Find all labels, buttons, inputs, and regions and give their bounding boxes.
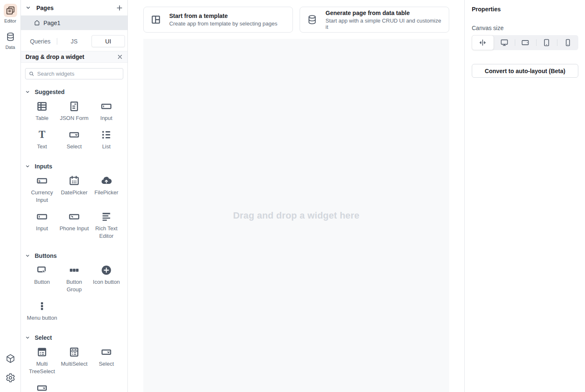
chevron-down-icon (25, 335, 30, 340)
package-icon (5, 354, 15, 364)
rail-data-label: Data (5, 45, 15, 50)
libraries-button[interactable] (5, 354, 15, 364)
tab-js[interactable]: JS (57, 35, 91, 47)
widget-card[interactable]: Button (26, 264, 58, 293)
canvas-size-phone[interactable] (557, 35, 578, 50)
widget-section-header[interactable]: Inputs (25, 160, 123, 173)
main-area: Start from a template Create app from te… (128, 0, 464, 392)
widget-label: List (102, 143, 110, 150)
tab-queries[interactable]: Queries (23, 35, 57, 47)
widget-card[interactable]: Phone Input (58, 211, 90, 240)
widget-label: Currency Input (26, 189, 58, 204)
widget-label: JSON Form (60, 115, 89, 122)
add-page-button[interactable] (116, 5, 123, 11)
widget-grid: $ Currency Input DatePicker FilePicker I… (25, 173, 123, 249)
sidebar: Pages Page1 Queries JS UI Drag & drop a … (21, 0, 128, 392)
widget-card[interactable]: Select (58, 129, 90, 150)
tablet-portrait-icon (542, 38, 551, 47)
explorer-tabs: Queries JS UI (23, 35, 125, 47)
search-icon (29, 71, 34, 76)
rail-item-data[interactable]: Data (4, 30, 17, 50)
pages-title: Pages (36, 5, 116, 11)
widget-label: DatePicker (61, 189, 88, 196)
canvas-placeholder-text: Drag and drop a widget here (233, 210, 359, 221)
chevron-down-icon (25, 164, 30, 169)
close-icon[interactable] (117, 54, 123, 60)
home-icon (34, 20, 40, 26)
properties-panel: Properties Canvas size Convert to auto-l… (464, 0, 585, 392)
select-icon (68, 129, 80, 141)
widget-label: FilePicker (94, 189, 118, 196)
widget-search-box[interactable] (25, 68, 123, 79)
widget-card[interactable] (26, 382, 58, 392)
widget-label: Input (36, 225, 48, 232)
tablet-landscape-icon (521, 38, 530, 47)
widget-label: Rich Text Editor (90, 225, 122, 240)
app-editor: Editor Data Pages Page1 Queries (0, 0, 585, 392)
search-input[interactable] (37, 71, 120, 77)
database-icon (5, 32, 15, 42)
widget-card[interactable]: Button Group (58, 264, 90, 293)
phone-icon (563, 38, 572, 47)
table-icon (36, 100, 48, 112)
widget-section: Buttons Button Button Group Icon button … (25, 249, 123, 331)
gear-icon (5, 373, 15, 383)
editor-canvas[interactable]: Drag and drop a widget here (143, 39, 449, 392)
card-text: Start from a template Create app from te… (169, 13, 277, 27)
rail-item-editor[interactable]: Editor (4, 4, 17, 23)
input-icon (36, 211, 48, 223)
widget-card[interactable]: List (90, 129, 122, 150)
section-label: Buttons (35, 252, 57, 259)
widget-card[interactable]: Menu button (26, 300, 58, 322)
widget-label: Multi TreeSelect (26, 360, 58, 375)
canvas-size-tablet-portrait[interactable] (536, 35, 557, 50)
widget-label: Menu button (27, 314, 57, 322)
page-item-page1[interactable]: Page1 (21, 15, 127, 30)
left-rail: Editor Data (0, 0, 21, 392)
widget-card[interactable]: Rich Text Editor (90, 211, 122, 240)
widget-section-header[interactable]: Buttons (25, 249, 123, 262)
convert-auto-layout-button[interactable]: Convert to auto-layout (Beta) (472, 64, 578, 78)
section-label: Suggested (35, 89, 65, 95)
widget-section-header[interactable]: Suggested (25, 85, 123, 99)
multi-treeselect-icon (36, 346, 48, 358)
widget-card[interactable]: Select (90, 346, 122, 375)
widget-card[interactable]: Multi TreeSelect (26, 346, 58, 375)
widget-card[interactable]: DatePicker (58, 175, 90, 204)
start-from-template-card[interactable]: Start from a template Create app from te… (143, 7, 293, 33)
card-text: Generate page from data table Start app … (326, 10, 442, 30)
desktop-icon (500, 38, 509, 47)
widget-card[interactable]: Input (90, 100, 122, 122)
fluid-width-icon (478, 38, 487, 47)
list-icon (100, 129, 112, 141)
widget-card[interactable]: Input (26, 211, 58, 240)
canvas-size-fluid[interactable] (472, 35, 494, 50)
canvas-size-desktop[interactable] (494, 35, 515, 50)
section-label: Select (35, 334, 52, 341)
widget-card[interactable]: T Text (26, 129, 58, 150)
svg-text:T: T (38, 129, 45, 140)
card-title: Start from a template (169, 13, 277, 19)
settings-button[interactable] (5, 373, 15, 383)
properties-title: Properties (472, 6, 578, 13)
widget-panel-title: Drag & drop a widget (25, 53, 117, 60)
tab-ui[interactable]: UI (92, 35, 125, 47)
card-subtitle: Create app from template by selecting pa… (169, 20, 277, 27)
editor-tile[interactable] (4, 4, 17, 17)
widget-section-header[interactable]: Select (25, 331, 123, 344)
data-tile[interactable] (4, 30, 17, 43)
canvas-size-tablet-landscape[interactable] (515, 35, 536, 50)
widget-card[interactable]: Icon button (90, 264, 122, 293)
rail-editor-label: Editor (4, 18, 16, 23)
widget-card[interactable]: Table (26, 100, 58, 122)
widget-card[interactable]: MultiSelect (58, 346, 90, 375)
widget-card[interactable]: JSON Form (58, 100, 90, 122)
widget-card[interactable]: FilePicker (90, 175, 122, 204)
button-group-icon (68, 264, 80, 276)
select-icon (36, 382, 48, 392)
widget-card[interactable]: $ Currency Input (26, 175, 58, 204)
chevron-down-icon[interactable] (25, 5, 31, 10)
generate-from-data-card[interactable]: Generate page from data table Start app … (300, 7, 449, 33)
canvas-size-segmented-control (472, 35, 578, 50)
pages-header: Pages (21, 0, 127, 15)
